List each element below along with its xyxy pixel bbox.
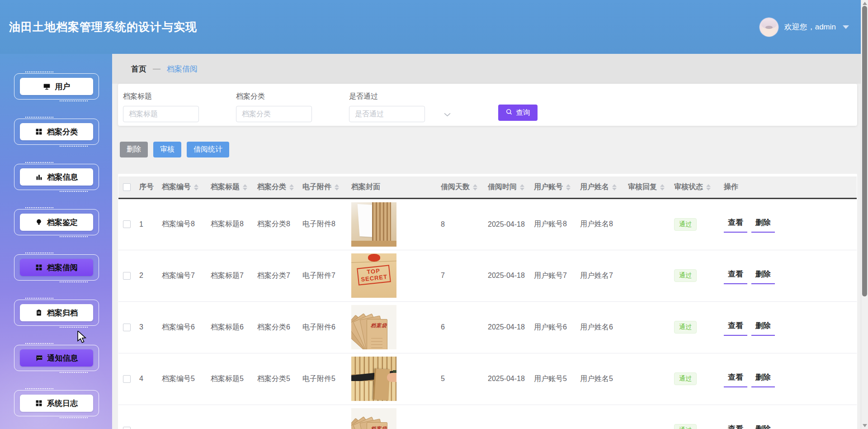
column-header-attachment[interactable]: 电子附件 xyxy=(298,176,347,198)
cell-days xyxy=(436,405,483,429)
cell-name xyxy=(576,405,623,429)
cell-date: 2025-04-18 xyxy=(483,353,529,405)
sidebar-item-档案借阅[interactable]: 档案借阅 xyxy=(20,259,93,276)
row-checkbox[interactable] xyxy=(123,220,131,228)
sidebar-item-button[interactable]: 用户 xyxy=(20,78,93,95)
sort-carets-icon[interactable] xyxy=(706,184,711,191)
row-checkbox[interactable] xyxy=(123,427,131,429)
archive-cover-image xyxy=(351,202,396,247)
sidebar-item-档案归档[interactable]: 档案归档 xyxy=(20,304,93,321)
sidebar-item-档案鉴定[interactable]: 档案鉴定 xyxy=(20,214,93,231)
column-header-name[interactable]: 用户姓名 xyxy=(576,176,623,198)
toolbar-button-删除[interactable]: 删除 xyxy=(120,142,148,157)
user-menu[interactable]: 欢迎您，admin xyxy=(760,0,849,54)
row-action-删除[interactable]: 删除 xyxy=(751,422,775,429)
cell-checkbox xyxy=(118,405,135,429)
row-action-删除[interactable]: 删除 xyxy=(751,371,775,387)
filter-input-档案标题[interactable] xyxy=(123,106,199,122)
archive-cover-image: 档案袋 xyxy=(351,408,396,429)
chevron-down-icon[interactable] xyxy=(843,25,849,29)
toolbar-button-借阅统计[interactable]: 借阅统计 xyxy=(187,142,229,157)
sidebar-item-button[interactable]: 系统日志 xyxy=(20,395,93,412)
sort-carets-icon[interactable] xyxy=(612,184,617,191)
sort-carets-icon[interactable] xyxy=(289,184,294,191)
cell-checkbox xyxy=(118,353,135,405)
cell-checkbox xyxy=(118,250,135,301)
sidebar-item-档案分类[interactable]: 档案分类 xyxy=(20,123,93,140)
sort-carets-icon[interactable] xyxy=(473,184,477,191)
filter-select-是否通过[interactable] xyxy=(349,106,425,122)
avatar[interactable] xyxy=(760,18,778,37)
column-header-date[interactable]: 借阅时间 xyxy=(483,176,529,198)
row-action-查看[interactable]: 查看 xyxy=(724,371,747,387)
sidebar-item-档案信息[interactable]: 档案信息 xyxy=(20,168,93,186)
sort-carets-icon[interactable] xyxy=(335,184,339,191)
column-header-title[interactable]: 档案标题 xyxy=(206,176,253,198)
sort-carets-icon[interactable] xyxy=(520,184,524,191)
column-header-archive_no[interactable]: 档案编号 xyxy=(157,176,206,198)
column-header-reply[interactable]: 审核回复 xyxy=(623,176,670,198)
toolbar-button-审核[interactable]: 审核 xyxy=(153,142,181,157)
bar-chart-icon xyxy=(35,173,43,181)
sidebar-item-button[interactable]: 档案鉴定 xyxy=(20,214,93,231)
status-badge: 通过 xyxy=(674,424,697,429)
column-header-account[interactable]: 用户账号 xyxy=(529,176,576,198)
column-header-label: 借阅时间 xyxy=(488,183,517,191)
cell-status: 通过 xyxy=(670,250,719,301)
column-header-days[interactable]: 借阅天数 xyxy=(436,176,483,198)
row-checkbox[interactable] xyxy=(123,375,131,383)
cell-attachment: 电子附件5 xyxy=(298,353,347,405)
column-header-status[interactable]: 审核状态 xyxy=(670,176,719,198)
sidebar-item-button[interactable]: 档案信息 xyxy=(20,168,93,186)
search-button[interactable]: 查询 xyxy=(498,105,538,121)
sort-carets-icon[interactable] xyxy=(566,184,571,191)
scroll-up-arrow-icon[interactable] xyxy=(863,2,867,5)
scroll-down-arrow-icon[interactable] xyxy=(863,424,867,427)
sidebar-item-button[interactable]: 档案归档 xyxy=(20,304,93,321)
row-action-查看[interactable]: 查看 xyxy=(724,216,747,233)
cell-status: 通过 xyxy=(670,301,719,353)
cell-account: 用户账号6 xyxy=(529,301,576,353)
cell-category: 档案分类6 xyxy=(253,301,298,353)
row-action-查看[interactable]: 查看 xyxy=(724,267,747,284)
chat-icon xyxy=(35,354,43,362)
cell-date: 2025-04-18 xyxy=(483,301,529,353)
row-action-删除[interactable]: 删除 xyxy=(751,216,775,233)
row-action-删除[interactable]: 删除 xyxy=(751,267,775,284)
column-header-category[interactable]: 档案分类 xyxy=(253,176,298,198)
sidebar-item-button[interactable]: 档案借阅 xyxy=(20,259,93,276)
row-action-查看[interactable]: 查看 xyxy=(724,319,747,336)
cell-checkbox xyxy=(118,198,135,250)
sort-carets-icon[interactable] xyxy=(660,184,665,191)
chevron-down-icon[interactable] xyxy=(444,110,451,119)
table-row: 1档案编号8档案标题8档案分类8电子附件882025-04-18用户账号8用户姓… xyxy=(118,198,857,250)
scrollbar-thumb[interactable] xyxy=(862,6,867,296)
row-action-删除[interactable]: 删除 xyxy=(751,319,775,336)
sidebar-item-label: 用户 xyxy=(55,81,71,92)
filter-input-档案分类[interactable] xyxy=(236,106,312,122)
sidebar-item-系统日志[interactable]: 系统日志 xyxy=(20,395,93,412)
sidebar-item-button[interactable]: 档案分类 xyxy=(20,123,93,140)
sidebar-item-button[interactable]: 通知信息 xyxy=(20,349,93,367)
column-header-label: 用户账号 xyxy=(534,183,563,191)
row-checkbox[interactable] xyxy=(123,324,131,331)
row-action-查看[interactable]: 查看 xyxy=(724,422,747,429)
breadcrumb-home[interactable]: 首页 xyxy=(131,64,146,74)
cell-actions: 查看删除 xyxy=(719,405,857,429)
cell-date: 2025-04-18 xyxy=(483,198,529,250)
sidebar-item-通知信息[interactable]: 通知信息 xyxy=(20,349,93,367)
cell-reply xyxy=(623,405,670,429)
vertical-scrollbar[interactable] xyxy=(861,0,868,429)
main-content: 首页 — 档案借阅 档案标题档案分类是否通过 查询 删除审核借阅统计 序号档案编… xyxy=(112,54,861,429)
sort-carets-icon[interactable] xyxy=(194,184,198,191)
sidebar-item-用户[interactable]: 用户 xyxy=(20,78,93,95)
archive-cover-image xyxy=(351,357,396,401)
select-all-checkbox[interactable] xyxy=(123,183,131,191)
row-checkbox[interactable] xyxy=(123,272,131,280)
column-header-label: 操作 xyxy=(724,183,738,191)
borrow-records-table: 序号档案编号档案标题档案分类电子附件档案封面借阅天数借阅时间用户账号用户姓名审核… xyxy=(118,176,857,429)
sort-carets-icon[interactable] xyxy=(243,184,247,191)
table-row: 2档案编号7档案标题7档案分类7电子附件7TOP SECRET72025-04-… xyxy=(118,250,857,301)
cell-reply xyxy=(623,301,670,353)
breadcrumb-current: 档案借阅 xyxy=(167,64,198,74)
